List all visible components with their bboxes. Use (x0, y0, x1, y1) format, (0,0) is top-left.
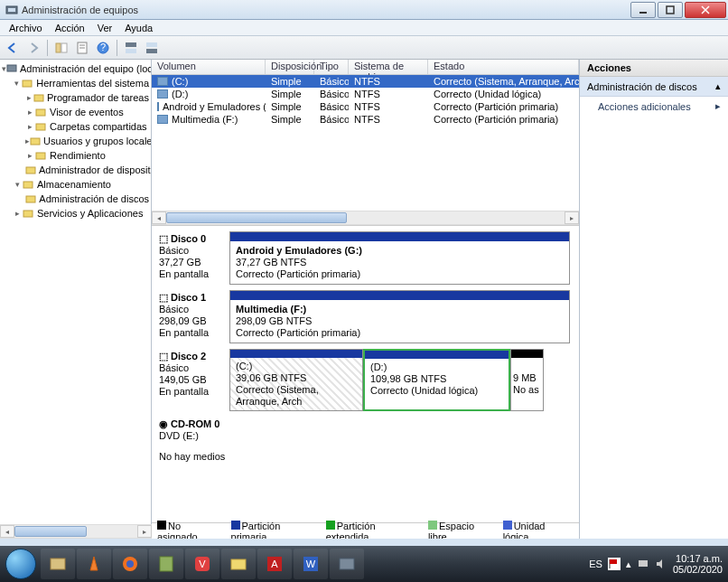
tray-flag-icon[interactable] (608, 558, 621, 570)
scroll-left-button[interactable]: ◂ (0, 525, 14, 538)
partition-size: 37,27 GB NTFS (236, 257, 564, 268)
tree-item[interactable]: ▸Usuarios y grupos locales (0, 134, 151, 148)
tree-item[interactable]: ▸Rendimiento (0, 148, 151, 163)
taskbar-app-explorer[interactable] (221, 549, 256, 579)
expand-icon[interactable]: ▾ (13, 79, 22, 88)
table-row[interactable]: (C:)SimpleBásicoNTFSCorrecto (Sistema, A… (152, 75, 579, 88)
actions-more[interactable]: Acciones adicionales ▸ (580, 97, 728, 116)
taskbar-app-notepadpp[interactable] (149, 549, 183, 579)
expand-icon[interactable]: ▸ (25, 151, 34, 160)
toolbar-separator (47, 40, 48, 56)
grid-hscroll[interactable]: ◂ ▸ (152, 211, 579, 225)
col-tipo[interactable]: Tipo (314, 60, 349, 74)
disk-2-part-c[interactable]: (C:) 39,06 GB NTFS Correcto (Sistema, Ar… (229, 349, 363, 411)
tree-item[interactable]: Administración de discos (0, 192, 151, 206)
expand-icon[interactable]: ▸ (13, 209, 22, 218)
tray-chevron-icon[interactable]: ▴ (626, 559, 631, 570)
tray-volume-icon[interactable] (655, 558, 667, 570)
col-sistema[interactable]: Sistema de archivos (349, 60, 428, 74)
taskbar-app-vlc[interactable] (77, 549, 111, 579)
svg-rect-7 (61, 43, 67, 52)
menu-ayuda[interactable]: Ayuda (119, 22, 158, 34)
taskbar-app-mmc[interactable] (330, 549, 364, 579)
partition-name: (C:) (236, 361, 357, 372)
disk-2[interactable]: ⬚Disco 2 Básico 149,05 GB En pantalla (C… (155, 349, 570, 411)
view-top-button[interactable] (122, 39, 140, 57)
expand-icon[interactable]: ▸ (25, 93, 33, 102)
expand-icon[interactable]: ▾ (13, 180, 22, 189)
tree-item[interactable]: ▾Almacenamiento (0, 177, 151, 192)
disk-0-partition[interactable]: Android y Emuladores (G:) 37,27 GB NTFS … (229, 231, 570, 285)
menu-archivo[interactable]: Archivo (4, 22, 48, 34)
start-button[interactable] (2, 547, 40, 581)
disk-2-part-unalloc[interactable]: 9 MB No as (510, 349, 544, 411)
disk-0[interactable]: ⬚Disco 0 Básico 37,27 GB En pantalla And… (155, 231, 570, 285)
tree-root[interactable]: ▾ Administración del equipo (local) (0, 61, 151, 76)
close-button[interactable] (685, 2, 726, 18)
tree-item[interactable]: ▸Visor de eventos (0, 105, 151, 119)
collapse-icon[interactable]: ▴ (715, 80, 721, 92)
disk-1[interactable]: ⬚Disco 1 Básico 298,09 GB En pantalla Mu… (155, 290, 570, 343)
partition-detail: 9 MB No as (511, 358, 543, 399)
tray-lang[interactable]: ES (589, 559, 602, 569)
svg-rect-1 (8, 8, 15, 12)
col-estado[interactable]: Estado (428, 60, 579, 74)
scroll-thumb[interactable] (14, 526, 87, 537)
disk-diagram-area[interactable]: ⬚Disco 0 Básico 37,27 GB En pantalla And… (152, 225, 579, 522)
nav-tree[interactable]: ▾ Administración del equipo (local) ▾Her… (0, 60, 152, 539)
table-row[interactable]: Android y Emuladores (G:)SimpleBásicoNTF… (152, 100, 579, 113)
scroll-track[interactable] (166, 211, 565, 224)
scroll-thumb[interactable] (166, 212, 347, 223)
folder-icon (22, 207, 34, 220)
cdrom-0[interactable]: ◉CD-ROM 0 DVD (E:) No hay medios (155, 417, 570, 465)
system-tray[interactable]: ES ▴ 10:17 a.m. 05/02/2020 (589, 553, 726, 575)
col-disposicion[interactable]: Disposición (266, 60, 314, 74)
disk-2-part-d[interactable]: (D:) 109,98 GB NTFS Correcto (Unidad lóg… (363, 349, 510, 411)
actions-header: Acciones (580, 60, 728, 77)
forward-button[interactable] (24, 39, 42, 57)
tree-item[interactable]: ▾Herramientas del sistema (0, 76, 151, 90)
tree-item[interactable]: ▸Programador de tareas (0, 90, 151, 105)
tray-clock[interactable]: 10:17 a.m. 05/02/2020 (673, 553, 723, 575)
cell-vol: Android y Emuladores (G:) (163, 101, 266, 112)
expand-icon[interactable]: ▸ (25, 108, 34, 117)
tree-item[interactable]: Administrador de dispositivos (0, 163, 151, 177)
tree-hscroll[interactable]: ◂ ▸ (0, 524, 152, 539)
disk-1-partition[interactable]: Multimedia (F:) 298,09 GB NTFS Correcto … (229, 290, 570, 343)
svg-text:W: W (306, 559, 316, 569)
grid-body[interactable]: (C:)SimpleBásicoNTFSCorrecto (Sistema, A… (152, 75, 579, 211)
properties-button[interactable] (73, 39, 91, 57)
view-bottom-button[interactable] (143, 39, 161, 57)
menu-accion[interactable]: Acción (50, 22, 90, 34)
scroll-track[interactable] (14, 525, 137, 538)
scroll-right-button[interactable]: ▸ (137, 525, 152, 538)
tray-network-icon[interactable] (637, 558, 649, 570)
taskbar[interactable]: V A W ES ▴ 10:17 a.m. 05/02/2020 (0, 546, 728, 582)
actions-selected[interactable]: Administración de discos ▴ (580, 77, 728, 97)
help-button[interactable]: ? (94, 39, 112, 57)
back-button[interactable] (4, 39, 22, 57)
maximize-button[interactable] (658, 2, 683, 18)
cell-fs: NTFS (349, 101, 428, 112)
tree-item[interactable]: ▸Servicios y Aplicaciones (0, 206, 151, 221)
show-hide-tree-button[interactable] (52, 39, 70, 57)
partition-detail: Multimedia (F:) 298,09 GB NTFS Correcto … (230, 300, 569, 343)
tree-item[interactable]: ▸Carpetas compartidas (0, 119, 151, 134)
taskbar-app-firefox[interactable] (113, 549, 147, 579)
table-row[interactable]: (D:)SimpleBásicoNTFSCorrecto (Unidad lóg… (152, 88, 579, 100)
tray-date: 05/02/2020 (673, 564, 723, 575)
table-row[interactable]: Multimedia (F:)SimpleBásicoNTFSCorrecto … (152, 113, 579, 126)
cd-icon: ◉ (159, 418, 168, 430)
scroll-right-button[interactable]: ▸ (565, 211, 579, 224)
folder-icon (33, 91, 44, 104)
taskbar-app-adobe[interactable]: A (257, 549, 292, 579)
taskbar-app-vivaldi[interactable]: V (185, 549, 219, 579)
taskbar-app-word[interactable]: W (294, 549, 328, 579)
scroll-left-button[interactable]: ◂ (152, 211, 166, 224)
minimize-button[interactable] (630, 2, 656, 18)
col-volumen[interactable]: Volumen (152, 60, 266, 74)
menu-ver[interactable]: Ver (92, 22, 118, 34)
expand-icon[interactable]: ▸ (25, 122, 34, 131)
cell-estado: Correcto (Partición primaria) (428, 114, 579, 125)
taskbar-app-1[interactable] (41, 549, 75, 579)
